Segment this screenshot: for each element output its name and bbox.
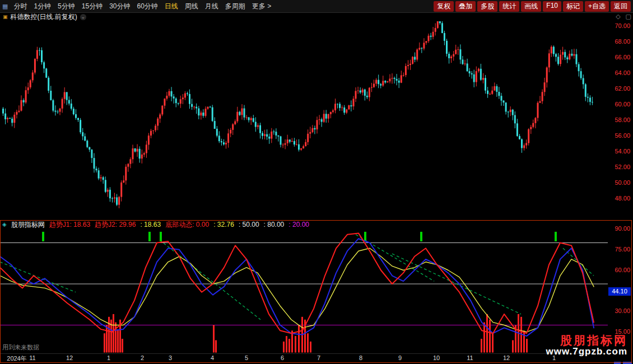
future-data-note: 用到未来数据 [2, 343, 39, 352]
date-label[interactable]: 12 [66, 354, 73, 361]
button-overlay[interactable]: 叠加 [455, 1, 476, 12]
price-axis-label: 68.00 [608, 38, 630, 45]
watermark: 股朋指标网 www.7gpzb.com [546, 334, 627, 357]
period-weekly[interactable]: 周线 [181, 1, 202, 12]
date-label[interactable]: 4 [211, 354, 214, 361]
indicator-header: ◈ 股朋指标网 趋势J1: 18.63趋势J2: 29.96: 18.63底部动… [0, 221, 607, 228]
period-multi-period[interactable]: 多周期 [222, 1, 249, 12]
diamond-icon[interactable]: ◇ [616, 13, 620, 20]
date-label[interactable]: 12 [503, 354, 510, 361]
title-row: ▣ 科德数控(日线.前复权) ⌄ ◇ ▢ [0, 12, 633, 21]
window-icon[interactable]: ▢ [626, 13, 631, 20]
price-axis-label: 58.00 [608, 116, 630, 124]
date-label[interactable]: 5 [245, 354, 248, 361]
indicator-value-7: : 20.00 [288, 221, 309, 228]
right-axis: 70.0068.0066.0064.0062.0060.0058.0056.00… [608, 0, 632, 364]
button-mark[interactable]: 标记 [563, 1, 583, 12]
date-label[interactable]: 6 [281, 354, 284, 361]
period-15min[interactable]: 15分钟 [78, 1, 106, 12]
indicator-value-5: : 50.00 [239, 221, 259, 228]
price-axis-label: 52.00 [608, 164, 630, 171]
button-draw-line[interactable]: 画线 [521, 1, 541, 12]
bottom-signal-bars [104, 314, 528, 353]
date-label[interactable]: 1 [107, 354, 110, 361]
trend-j1-red-line [0, 233, 594, 333]
top-signal-ticks [42, 232, 557, 241]
indicator-value-1: 趋势J2: 29.96 [95, 221, 136, 228]
price-axis-label: 50.00 [608, 179, 630, 186]
date-label[interactable]: 10 [433, 354, 440, 361]
status-segment [614, 362, 621, 364]
period-30min[interactable]: 30分钟 [106, 1, 133, 12]
button-adjust[interactable]: 复权 [434, 1, 454, 12]
period-1min[interactable]: 1分钟 [30, 1, 54, 12]
period-60min[interactable]: 60分钟 [134, 1, 161, 12]
menu-grid-icon[interactable]: ▦ [0, 3, 10, 10]
date-label[interactable]: 8 [359, 354, 362, 361]
trend-j2-blue-line [0, 239, 594, 336]
candles [2, 21, 593, 208]
indicator-axis-label: 90.00 [608, 225, 630, 232]
watermark-url: www.7gpzb.com [546, 347, 627, 357]
action-buttons: 复权叠加多股统计画线F10标记+自选返回 [434, 1, 633, 12]
period-monthly[interactable]: 月线 [202, 1, 222, 12]
period-time-share[interactable]: 分时 [10, 1, 30, 12]
period-daily[interactable]: 日线 [161, 1, 181, 12]
indicator-value-4: : 32.76 [213, 221, 234, 228]
period-more[interactable]: 更多 > [249, 1, 274, 12]
price-axis-label: 70.00 [608, 22, 630, 30]
indicator-value-2: : 18.63 [140, 221, 161, 228]
candlestick-chart[interactable] [0, 21, 608, 221]
price-axis-label: 54.00 [608, 148, 630, 155]
indicator-values: 趋势J1: 18.63趋势J2: 29.96: 18.63底部动态: 0.00:… [49, 221, 314, 228]
period-5min[interactable]: 5分钟 [54, 1, 78, 12]
price-axis-label: 64.00 [608, 69, 630, 77]
indicator-value-tag: 44.10 [608, 287, 631, 296]
trend-dashed-line-1 [160, 240, 260, 320]
period-menu: 分时1分钟5分钟15分钟30分钟60分钟日线周线月线多周期更多 > [10, 1, 274, 12]
chevron-down-icon[interactable]: ⌄ [80, 14, 86, 20]
date-label[interactable]: 11 [467, 354, 473, 361]
indicator-value-3: 底部动态: 0.00 [165, 221, 209, 228]
indicator-axis-label: 30.00 [608, 307, 630, 315]
price-axis-label: 66.00 [608, 54, 630, 61]
indicator-axis-label: 75.00 [608, 246, 630, 253]
button-back[interactable]: 返回 [611, 1, 631, 12]
status-segment [623, 362, 632, 364]
date-label[interactable]: 11 [29, 354, 35, 361]
price-axis-label: 62.00 [608, 85, 630, 92]
chart-title: 科德数控(日线.前复权) [11, 12, 77, 22]
price-axis-label: 48.00 [608, 195, 630, 202]
button-statistics[interactable]: 统计 [499, 1, 519, 12]
date-axis: 2024年11121234567891011121 [0, 353, 608, 362]
indicator-chart[interactable] [0, 228, 608, 354]
bottom-status-bar [0, 362, 633, 364]
indicator-icon: ◈ [2, 221, 7, 228]
trading-app-window: ▦ 分时1分钟5分钟15分钟30分钟60分钟日线周线月线多周期更多 > 复权叠加… [0, 0, 633, 364]
date-label[interactable]: 3 [169, 354, 172, 361]
indicator-name[interactable]: 股朋指标网 [11, 221, 45, 228]
date-label[interactable]: 2 [141, 354, 144, 361]
date-label[interactable]: 9 [398, 354, 402, 361]
trend-dashed-line-0 [0, 262, 76, 292]
price-axis-label: 56.00 [608, 132, 630, 139]
watermark-brand: 股朋指标网 [546, 334, 627, 347]
top-toolbar: ▦ 分时1分钟5分钟15分钟30分钟60分钟日线周线月线多周期更多 > 复权叠加… [0, 0, 633, 13]
button-add-watchlist[interactable]: +自选 [585, 1, 609, 12]
indicator-value-0: 趋势J1: 18.63 [49, 221, 90, 228]
button-f10[interactable]: F10 [543, 1, 561, 12]
indicator-value-6: : 80.00 [264, 221, 285, 228]
stock-icon: ▣ [3, 14, 8, 20]
button-multi-stock[interactable]: 多股 [477, 1, 497, 12]
price-axis-label: 60.00 [608, 101, 630, 108]
indicator-axis-label: 60.00 [608, 267, 630, 274]
date-label[interactable]: 7 [317, 354, 320, 361]
